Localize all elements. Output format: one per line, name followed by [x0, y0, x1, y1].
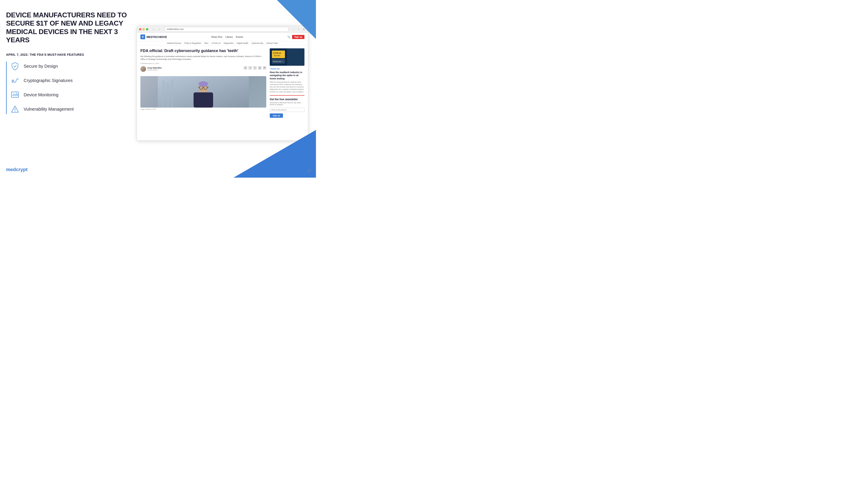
subnav-ma[interactable]: M&A [204, 42, 209, 44]
browser-nav-controls: ‹ › [151, 27, 162, 31]
sidebar-ad[interactable]: COVID-19 TESTING Access now → [270, 48, 305, 66]
logo-suffix: crypt [16, 167, 28, 172]
browser-dot-green[interactable] [146, 28, 148, 30]
logo-prefix: med [6, 167, 16, 172]
subnav-cybersecurity[interactable]: Cybersecurity [251, 42, 263, 44]
trendline-desc: With the rising demand for rapid at-home… [270, 81, 305, 93]
left-panel: DEVICE MANUFACTURERS NEED TO SECURE $1T … [6, 11, 128, 119]
twitter-icon[interactable]: t [253, 66, 257, 70]
decorative-triangle-dark [277, 0, 316, 39]
article-title: FDA official: Draft cybersecurity guidan… [141, 48, 266, 53]
page-number: 12 [307, 169, 311, 172]
site-main-article: FDA official: Draft cybersecurity guidan… [141, 48, 266, 139]
article-date: Published April 11, 2022 [141, 62, 266, 64]
newsletter-desc: Subscribe to MedTech Dive for top news, … [270, 102, 305, 106]
feature-label-secure: Secure by Design [24, 64, 58, 69]
site-content: FDA official: Draft cybersecurity guidan… [137, 45, 308, 140]
site-logo: M MEDTECHDIVE [141, 34, 167, 39]
newsletter-email-input[interactable] [270, 108, 305, 112]
author-info: Greg Slabodkin Senior Editor [147, 67, 162, 71]
site-logo-icon: M [141, 34, 145, 39]
author-avatar [141, 66, 146, 72]
article-image [141, 76, 266, 107]
article-author: Greg Slabodkin Senior Editor [141, 66, 162, 72]
crypto-icon [10, 76, 20, 86]
print-icon[interactable]: 🖨 [258, 66, 261, 70]
site-nav-links: Deep Dive Library Events [211, 36, 243, 38]
newsletter-divider [270, 95, 305, 96]
browser-back-btn[interactable]: ‹ [151, 27, 156, 31]
feature-label-monitor: Device Monitoring [24, 92, 58, 97]
trendline-title: How the medtech industry is navigating t… [270, 71, 305, 80]
browser-window: ‹ › medtechdive.com ↑ + ⊞ M MEDTECHDIVE … [137, 26, 308, 140]
subnav-clinical-trials[interactable]: Clinical Trials [266, 42, 278, 44]
feature-monitoring: Device Monitoring [10, 90, 128, 100]
linkedin-icon[interactable]: in [244, 66, 247, 70]
svg-point-19 [198, 82, 208, 87]
newsletter-signup-btn[interactable]: Sign up [270, 113, 283, 118]
nav-link-library[interactable]: Library [225, 36, 233, 38]
shield-icon [10, 62, 20, 71]
feature-vuln: Vulnerability Management [10, 104, 128, 114]
warning-icon [10, 104, 20, 114]
browser-dot-red[interactable] [139, 28, 141, 30]
subnav-medical-devices[interactable]: Medical Devices [167, 42, 181, 44]
company-logo: medcrypt [6, 167, 28, 172]
svg-point-7 [15, 110, 16, 111]
article-image-caption: Image courtesy of FDA [141, 108, 266, 110]
browser-url-text: medtechdive.com [167, 28, 184, 30]
newsletter-title: Get the free newsletter [270, 98, 305, 101]
main-title: DEVICE MANUFACTURERS NEED TO SECURE $1T … [6, 11, 128, 44]
svg-rect-9 [162, 80, 165, 107]
features-list: Secure by Design Cryptographic Signature… [6, 62, 128, 114]
author-name: Greg Slabodkin [147, 67, 162, 69]
site-logo-text: MEDTECHDIVE [147, 35, 167, 39]
svg-rect-13 [193, 92, 213, 107]
email-icon[interactable]: ✉ [263, 66, 266, 70]
svg-text:TESTING: TESTING [274, 55, 280, 56]
nav-link-events[interactable]: Events [236, 36, 243, 38]
subnav-covid[interactable]: COVID-19 [212, 42, 221, 44]
trendline-label: TRENDLINE [270, 68, 305, 70]
author-row: Greg Slabodkin Senior Editor in f t 🖨 ✉ [141, 66, 266, 74]
author-job-title: Senior Editor [147, 69, 162, 71]
feature-label-crypto: Cryptographic Signatures [24, 78, 73, 83]
site-sub-nav: Medical Devices Policy & Regulation M&A … [137, 41, 308, 45]
svg-rect-10 [166, 83, 169, 107]
svg-text:COVID-19: COVID-19 [273, 52, 281, 54]
article-description: Not following the guidance in premarket … [141, 55, 266, 61]
feature-crypto: Cryptographic Signatures [10, 76, 128, 86]
svg-rect-22 [272, 51, 285, 58]
subnav-digital-health[interactable]: Digital Health [237, 42, 248, 44]
nav-link-deep-dive[interactable]: Deep Dive [211, 36, 222, 38]
svg-rect-11 [171, 79, 174, 107]
monitor-icon [10, 90, 20, 100]
feature-label-vuln: Vulnerability Management [24, 107, 74, 112]
subnav-diagnostics[interactable]: Diagnostics [223, 42, 234, 44]
browser-forward-btn[interactable]: › [157, 27, 162, 31]
svg-text:Access now →: Access now → [273, 61, 283, 62]
subnav-policy[interactable]: Policy & Regulation [184, 42, 201, 44]
sub-heading: APRIL 7, 2022: THE FDA'S MUST-HAVE FEATU… [6, 53, 128, 56]
browser-url-bar[interactable]: medtechdive.com [165, 27, 288, 32]
feature-secure-by-design: Secure by Design [10, 62, 128, 71]
browser-dot-yellow[interactable] [143, 28, 145, 30]
site-sidebar: COVID-19 TESTING Access now → TRENDLINE … [270, 48, 305, 139]
social-share-icons: in f t 🖨 ✉ [244, 66, 266, 70]
facebook-icon[interactable]: f [248, 66, 252, 70]
